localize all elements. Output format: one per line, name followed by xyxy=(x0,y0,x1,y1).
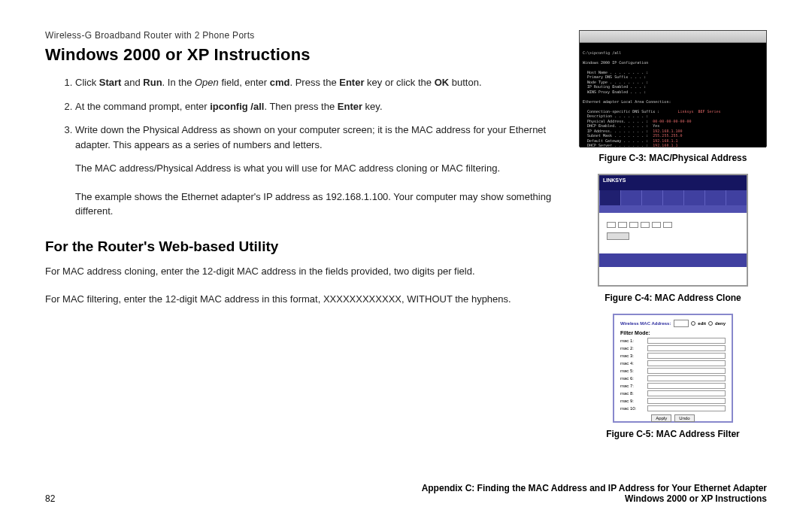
breadcrumb: Wireless-G Broadband Router with 2 Phone… xyxy=(45,30,565,41)
step-3: Write down the Physical Address as shown… xyxy=(75,123,565,152)
paragraph-mac-note: The MAC address/Physical Address is what… xyxy=(75,161,565,176)
filter-mac-row: mac 6: xyxy=(620,375,726,381)
page-number: 82 xyxy=(45,493,55,504)
cmd-window-image: C:\>ipconfig /all Windows 2000 IP Config… xyxy=(579,30,767,147)
heading-router-utility: For the Router's Web-based Utility xyxy=(45,238,565,255)
step-2: At the command prompt, enter ipconfig /a… xyxy=(75,99,565,114)
filter-mac-row: mac 3: xyxy=(620,353,726,359)
filter-mac-row: mac 4: xyxy=(620,360,726,366)
router-ui-image: LINKSYS xyxy=(598,174,748,287)
filter-mac-row: mac 9: xyxy=(620,398,726,404)
figure-c4-caption: Figure C-4: MAC Address Clone xyxy=(579,293,767,303)
figure-c5: Wireless MAC Address: edit deny Filter M… xyxy=(579,314,767,423)
filter-mac-row: mac 5: xyxy=(620,368,726,374)
filter-mac-row: mac 7: xyxy=(620,383,726,389)
footer-section-title: Windows 2000 or XP Instructions xyxy=(422,493,767,504)
filter-mac-row: mac 8: xyxy=(620,390,726,396)
paragraph-mac-filter: For MAC filtering, enter the 12-digit MA… xyxy=(45,292,565,307)
figure-c3: C:\>ipconfig /all Windows 2000 IP Config… xyxy=(579,30,767,147)
page-footer: 82 Appendix C: Finding the MAC Address a… xyxy=(45,483,767,504)
filter-mac-row: mac 10: xyxy=(620,405,726,411)
paragraph-ip-example: The example shows the Ethernet adapter's… xyxy=(75,190,565,219)
step-1: Click Start and Run. In the Open field, … xyxy=(75,75,565,90)
figure-c4: LINKSYS xyxy=(579,174,767,287)
filter-ui-image: Wireless MAC Address: edit deny Filter M… xyxy=(613,314,733,423)
paragraph-mac-clone: For MAC address cloning, enter the 12-di… xyxy=(45,264,565,279)
instruction-list: Click Start and Run. In the Open field, … xyxy=(45,75,565,152)
figure-c5-caption: Figure C-5: MAC Address Filter xyxy=(579,429,767,439)
figure-c3-caption: Figure C-3: MAC/Physical Address xyxy=(579,153,767,163)
filter-mac-row: mac 2: xyxy=(620,345,726,351)
filter-mac-row: mac 1: xyxy=(620,338,726,344)
heading-windows-instructions: Windows 2000 or XP Instructions xyxy=(45,45,565,65)
footer-appendix-title: Appendix C: Finding the MAC Address and … xyxy=(422,483,767,493)
